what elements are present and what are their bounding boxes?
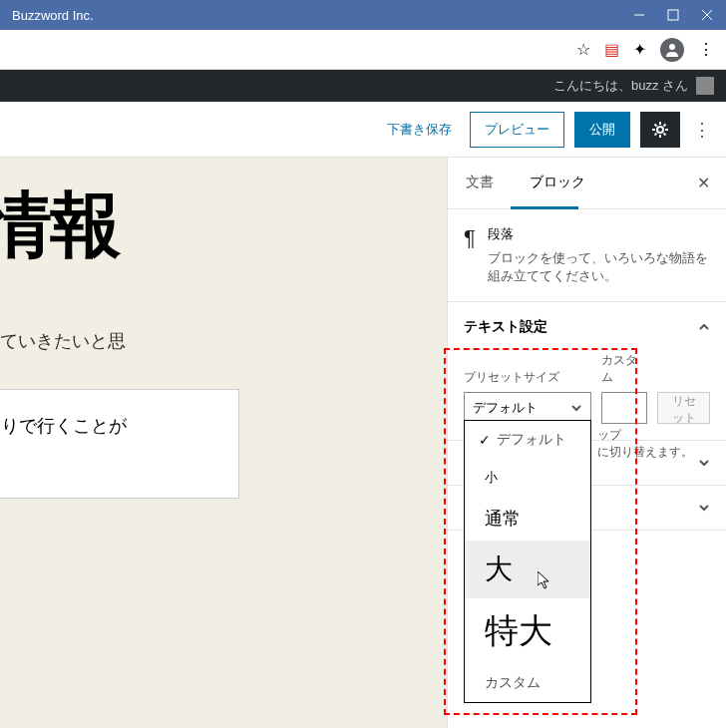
user-avatar-icon[interactable] xyxy=(696,77,714,95)
block-info-panel: ¶ 段落 ブロックを使って、いろいろな物語を組み立ててください。 xyxy=(448,209,726,302)
window-title: Buzzword Inc. xyxy=(12,8,632,23)
svg-point-4 xyxy=(669,44,675,50)
check-icon: ✓ xyxy=(479,432,491,448)
option-normal[interactable]: 通常 xyxy=(465,497,590,541)
block-type-name: 段落 xyxy=(488,225,710,243)
selected-block[interactable]: すが日帰りで行くことが きます。 xyxy=(0,389,239,499)
tab-document[interactable]: 文書 xyxy=(448,158,512,208)
gear-icon xyxy=(650,120,670,140)
block-line: きます。 xyxy=(0,444,220,480)
publish-button[interactable]: 公開 xyxy=(574,112,630,148)
wp-admin-bar: こんにちは、buzz さん xyxy=(0,70,726,102)
option-default[interactable]: ✓ デフォルト xyxy=(465,421,590,459)
close-icon[interactable] xyxy=(700,8,714,22)
cursor-icon xyxy=(538,571,553,591)
maximize-icon[interactable] xyxy=(666,8,680,22)
browser-toolbar: ☆ ▤ ✦ ⋮ xyxy=(0,30,726,70)
save-draft-button[interactable]: 下書き保存 xyxy=(379,113,460,147)
sidebar-tabs: 文書 ブロック ✕ xyxy=(448,158,726,209)
reset-button[interactable]: リセット xyxy=(657,392,710,424)
minimize-icon[interactable] xyxy=(632,8,646,22)
paragraph-icon: ¶ xyxy=(464,225,476,285)
browser-menu-icon[interactable]: ⋮ xyxy=(698,40,714,59)
text-settings-header[interactable]: テキスト設定 xyxy=(448,302,726,352)
text-settings-panel: テキスト設定 プリセットサイズ デフォルト カスタム xyxy=(448,302,726,441)
svg-rect-1 xyxy=(668,10,678,20)
helper-text: ップ に切り替えます。 xyxy=(597,427,693,461)
svg-point-5 xyxy=(657,127,663,133)
custom-size-input[interactable] xyxy=(601,392,647,424)
content-paragraph[interactable]: から発信していきたいと思 xyxy=(0,323,447,359)
editor-canvas[interactable]: ー情報 から発信していきたいと思 すが日帰りで行くことが きます。 xyxy=(0,158,447,728)
profile-avatar-icon[interactable] xyxy=(660,38,684,62)
chevron-up-icon xyxy=(698,321,710,333)
option-large[interactable]: 大 xyxy=(465,541,590,598)
block-line: すが日帰りで行くことが xyxy=(0,408,220,444)
extension-icon[interactable]: ▤ xyxy=(604,40,619,59)
more-options-button[interactable]: ⋮ xyxy=(690,119,714,141)
preset-size-label: プリセットサイズ xyxy=(464,369,591,386)
page-title[interactable]: ー情報 xyxy=(0,178,447,273)
option-small[interactable]: 小 xyxy=(465,459,590,497)
settings-sidebar: 文書 ブロック ✕ ¶ 段落 ブロックを使って、いろいろな物語を組み立ててくださ… xyxy=(447,158,726,728)
chevron-down-icon xyxy=(698,457,710,469)
option-custom[interactable]: カスタム xyxy=(465,664,590,702)
window-titlebar: Buzzword Inc. xyxy=(0,0,726,30)
select-value: デフォルト xyxy=(473,399,538,417)
custom-size-label: カスタム xyxy=(601,352,647,386)
extensions-puzzle-icon[interactable]: ✦ xyxy=(633,40,646,59)
bookmark-star-icon[interactable]: ☆ xyxy=(576,40,590,59)
block-description: ブロックを使って、いろいろな物語を組み立ててください。 xyxy=(488,249,710,285)
preset-size-dropdown: ✓ デフォルト 小 通常 大 特大 カスタム xyxy=(464,420,591,703)
chevron-down-icon xyxy=(570,402,582,414)
greeting-text: こんにちは、buzz さん xyxy=(553,77,688,95)
chevron-down-icon xyxy=(698,502,710,514)
sidebar-close-button[interactable]: ✕ xyxy=(681,158,726,208)
tab-block[interactable]: ブロック xyxy=(512,158,603,208)
option-xlarge[interactable]: 特大 xyxy=(465,598,590,664)
panel-title: テキスト設定 xyxy=(464,318,547,336)
settings-button[interactable] xyxy=(640,112,680,148)
preview-button[interactable]: プレビュー xyxy=(470,112,564,148)
editor-toolbar: 下書き保存 プレビュー 公開 ⋮ xyxy=(0,102,726,158)
